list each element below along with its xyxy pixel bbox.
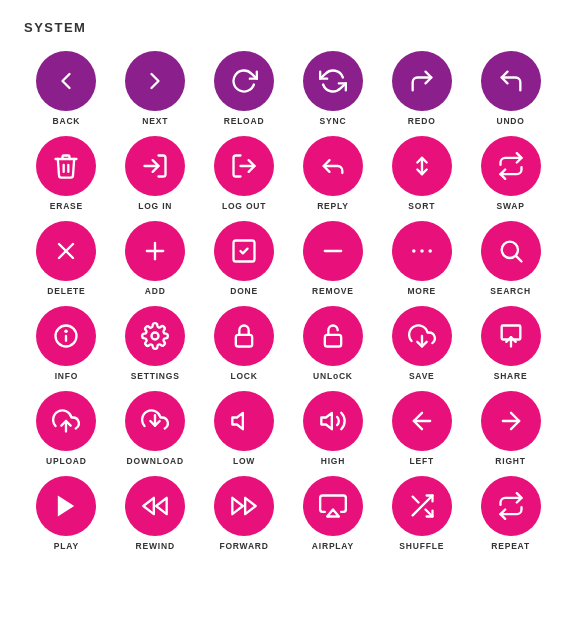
icon-item-play[interactable]: PLAY [24,476,109,551]
svg-point-11 [428,249,432,253]
high-circle[interactable] [303,391,363,451]
upload-circle[interactable] [36,391,96,451]
next-label: NEXT [142,116,168,126]
icon-item-high[interactable]: HIGH [291,391,376,466]
add-circle[interactable] [125,221,185,281]
svg-point-10 [420,249,424,253]
repeat-circle[interactable] [481,476,541,536]
icon-item-done[interactable]: DONE [202,221,287,296]
svg-marker-34 [327,510,339,517]
rewind-label: REWIND [136,541,175,551]
erase-label: ERASE [50,201,83,211]
forward-label: FORWARD [219,541,268,551]
icon-item-next[interactable]: NEXT [113,51,198,126]
icon-item-swap[interactable]: SWAP [468,136,553,211]
right-circle[interactable] [481,391,541,451]
low-circle[interactable] [214,391,274,451]
erase-circle[interactable] [36,136,96,196]
icon-item-shuffle[interactable]: SHUFFLE [379,476,464,551]
search-circle[interactable] [481,221,541,281]
download-circle[interactable] [125,391,185,451]
sort-circle[interactable] [392,136,452,196]
share-circle[interactable] [481,306,541,366]
icon-item-redo[interactable]: REDO [379,51,464,126]
delete-circle[interactable] [36,221,96,281]
icon-item-share[interactable]: SHARE [468,306,553,381]
save-label: SAVE [409,371,435,381]
icon-item-settings[interactable]: SETTINGS [113,306,198,381]
delete-label: DELETE [47,286,85,296]
info-circle[interactable] [36,306,96,366]
left-circle[interactable] [392,391,452,451]
svg-marker-29 [58,496,74,517]
icon-item-rewind[interactable]: REWIND [113,476,198,551]
icon-item-low[interactable]: LOW [202,391,287,466]
icon-item-save[interactable]: SAVE [379,306,464,381]
icon-item-search[interactable]: SEARCH [468,221,553,296]
rewind-circle[interactable] [125,476,185,536]
login-circle[interactable] [125,136,185,196]
done-circle[interactable] [214,221,274,281]
icon-item-sort[interactable]: SORT [379,136,464,211]
swap-circle[interactable] [481,136,541,196]
more-circle[interactable] [392,221,452,281]
icon-grid: BACK NEXT RELOAD SYNC [24,51,553,551]
redo-circle[interactable] [392,51,452,111]
icon-item-lock[interactable]: LOCK [202,306,287,381]
icon-item-erase[interactable]: ERASE [24,136,109,211]
icon-item-logout[interactable]: LOG OUT [202,136,287,211]
svg-marker-25 [232,413,243,429]
undo-circle[interactable] [481,51,541,111]
icon-item-remove[interactable]: REMOVE [291,221,376,296]
icon-item-upload[interactable]: UPLOAD [24,391,109,466]
icon-item-login[interactable]: LOG IN [113,136,198,211]
svg-point-17 [152,333,159,340]
page: SYSTEM BACK NEXT RELOAD [0,0,577,571]
high-label: HIGH [321,456,345,466]
reply-circle[interactable] [303,136,363,196]
icon-item-sync[interactable]: SYNC [291,51,376,126]
lock-circle[interactable] [214,306,274,366]
sort-label: SORT [408,201,435,211]
shuffle-circle[interactable] [392,476,452,536]
svg-marker-26 [321,413,332,429]
login-label: LOG IN [138,201,172,211]
icon-item-download[interactable]: DOWNLOAD [113,391,198,466]
icon-item-left[interactable]: LEFT [379,391,464,466]
icon-item-delete[interactable]: DELETE [24,221,109,296]
icon-item-unlock[interactable]: UNLoCK [291,306,376,381]
icon-item-repeat[interactable]: REPEAT [468,476,553,551]
reload-label: RELOAD [224,116,265,126]
icon-item-airplay[interactable]: AIRPLAY [291,476,376,551]
unlock-circle[interactable] [303,306,363,366]
icon-item-add[interactable]: ADD [113,221,198,296]
forward-circle[interactable] [214,476,274,536]
icon-item-info[interactable]: INFO [24,306,109,381]
svg-rect-19 [325,335,341,347]
sync-circle[interactable] [303,51,363,111]
airplay-label: AIRPLAY [312,541,354,551]
save-circle[interactable] [392,306,452,366]
share-label: SHARE [494,371,528,381]
airplay-circle[interactable] [303,476,363,536]
logout-circle[interactable] [214,136,274,196]
icon-item-undo[interactable]: UNDO [468,51,553,126]
icon-item-reload[interactable]: RELOAD [202,51,287,126]
icon-item-right[interactable]: RIGHT [468,391,553,466]
done-label: DONE [230,286,258,296]
undo-label: UNDO [496,116,524,126]
remove-circle[interactable] [303,221,363,281]
icon-item-reply[interactable]: REPLY [291,136,376,211]
reload-circle[interactable] [214,51,274,111]
play-circle[interactable] [36,476,96,536]
back-label: BACK [53,116,81,126]
back-circle[interactable] [36,51,96,111]
add-label: ADD [145,286,166,296]
next-circle[interactable] [125,51,185,111]
icon-item-more[interactable]: MORE [379,221,464,296]
icon-item-forward[interactable]: FORWARD [202,476,287,551]
icon-item-back[interactable]: BACK [24,51,109,126]
svg-marker-30 [144,498,155,514]
settings-circle[interactable] [125,306,185,366]
shuffle-label: SHUFFLE [399,541,444,551]
